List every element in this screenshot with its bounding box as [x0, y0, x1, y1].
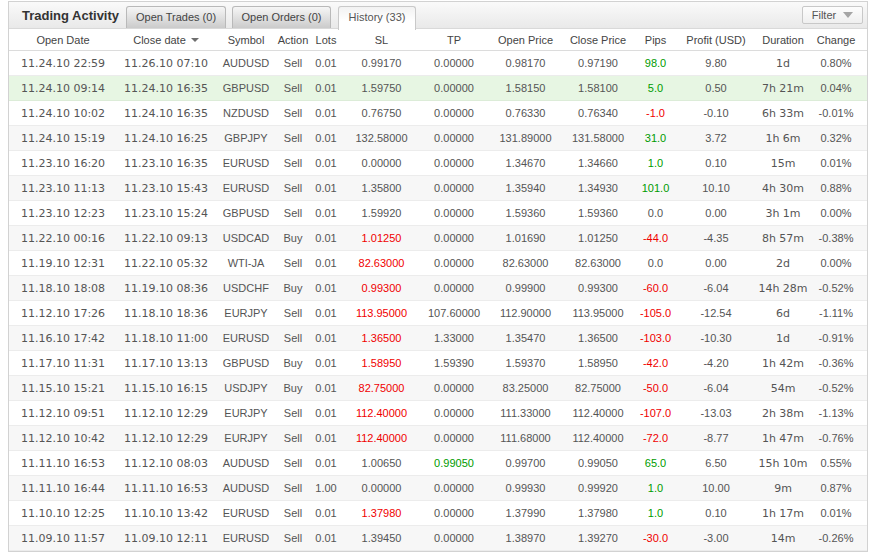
cell-close_price: 82.63000 [563, 251, 633, 276]
cell-open_date: 11.11.10 16:53 [9, 451, 117, 476]
column-header-symbol[interactable]: Symbol [215, 29, 277, 51]
cell-symbol: AUDUSD [215, 51, 277, 76]
table-row[interactable]: 11.11.10 16:5311.12.10 08:03AUDUSDSell0.… [9, 451, 867, 476]
table-row[interactable]: 11.22.10 00:1611.22.10 09:13USDCADBuy0.0… [9, 226, 867, 251]
cell-duration: 15h 10m [754, 451, 812, 476]
cell-profit: -10.30 [678, 326, 754, 351]
cell-pips: 0.0 [633, 201, 678, 226]
table-header-row: Open DateClose dateSymbolActionLotsSLTPO… [9, 29, 867, 51]
cell-symbol: WTI-JA [215, 251, 277, 276]
cell-lots: 0.01 [309, 451, 343, 476]
cell-change: 0.00% [812, 201, 867, 226]
tab-history[interactable]: History (33) [338, 6, 416, 30]
cell-duration: 54m [754, 376, 812, 401]
cell-pips: 1.0 [633, 151, 678, 176]
cell-tp: 0.00000 [420, 526, 488, 551]
filter-label: Filter [812, 9, 836, 21]
chevron-down-icon [843, 12, 853, 18]
cell-duration: 9m [754, 476, 812, 501]
table-row[interactable]: 11.23.10 11:1311.23.10 15:43EURUSDSell0.… [9, 176, 867, 201]
cell-open_date: 11.12.10 10:42 [9, 426, 117, 451]
table-row[interactable]: 11.11.10 16:4411.11.10 16:53AUDUSDSell1.… [9, 476, 867, 501]
table-row[interactable]: 11.19.10 12:3111.22.10 05:32WTI-JASell0.… [9, 251, 867, 276]
table-row[interactable]: 11.23.10 12:2311.23.10 15:24GBPUSDSell0.… [9, 201, 867, 226]
cell-duration: 6h 33m [754, 101, 812, 126]
column-header-label: TP [447, 34, 461, 46]
cell-open_price: 1.37990 [488, 501, 563, 526]
cell-duration: 2h 38m [754, 401, 812, 426]
cell-action: Sell [277, 476, 309, 501]
column-header-label: Duration [762, 34, 804, 46]
table-row[interactable]: 11.16.10 17:4211.18.10 11:00EURUSDSell0.… [9, 326, 867, 351]
cell-symbol: AUDUSD [215, 476, 277, 501]
table-row[interactable]: 11.09.10 11:5711.09.10 12:11EURUSDSell0.… [9, 526, 867, 551]
column-header-sl[interactable]: SL [343, 29, 420, 51]
cell-profit: -0.10 [678, 101, 754, 126]
cell-lots: 0.01 [309, 201, 343, 226]
cell-action: Sell [277, 76, 309, 101]
column-header-action[interactable]: Action [277, 29, 309, 51]
tab-open-trades[interactable]: Open Trades (0) [126, 6, 226, 28]
cell-lots: 0.01 [309, 151, 343, 176]
cell-lots: 0.01 [309, 226, 343, 251]
cell-lots: 0.01 [309, 101, 343, 126]
table-row[interactable]: 11.15.10 15:2111.15.10 16:15USDJPYBuy0.0… [9, 376, 867, 401]
cell-lots: 1.00 [309, 476, 343, 501]
cell-lots: 0.01 [309, 301, 343, 326]
column-header-tp[interactable]: TP [420, 29, 488, 51]
cell-sl: 0.00000 [343, 151, 420, 176]
cell-symbol: GBPUSD [215, 76, 277, 101]
tab-open-orders[interactable]: Open Orders (0) [232, 6, 331, 28]
column-header-change[interactable]: Change [812, 29, 867, 51]
cell-open_price: 0.98170 [488, 51, 563, 76]
filter-button[interactable]: Filter [802, 6, 863, 24]
column-header-close_date[interactable]: Close date [117, 29, 215, 51]
table-row[interactable]: 11.24.10 09:1411.24.10 16:35GBPUSDSell0.… [9, 76, 867, 101]
cell-open_price: 1.59360 [488, 201, 563, 226]
table-row[interactable]: 11.12.10 09:5111.12.10 12:29EURJPYSell0.… [9, 401, 867, 426]
table-row[interactable]: 11.12.10 10:4211.12.10 12:29EURJPYSell0.… [9, 426, 867, 451]
table-row[interactable]: 11.12.10 17:2611.18.10 18:36EURJPYSell0.… [9, 301, 867, 326]
cell-open_date: 11.23.10 11:13 [9, 176, 117, 201]
column-header-lots[interactable]: Lots [309, 29, 343, 51]
cell-open_date: 11.22.10 00:16 [9, 226, 117, 251]
cell-lots: 0.01 [309, 176, 343, 201]
table-row[interactable]: 11.24.10 22:5911.26.10 07:10AUDUSDSell0.… [9, 51, 867, 76]
cell-change: -0.36% [812, 351, 867, 376]
cell-open_date: 11.17.10 11:31 [9, 351, 117, 376]
cell-pips: 1.0 [633, 476, 678, 501]
cell-profit: -6.04 [678, 376, 754, 401]
cell-sl: 1.00650 [343, 451, 420, 476]
table-row[interactable]: 11.24.10 15:1911.24.10 16:25GBPJPYSell0.… [9, 126, 867, 151]
column-header-open_price[interactable]: Open Price [488, 29, 563, 51]
column-header-label: Close Price [570, 34, 626, 46]
cell-sl: 82.75000 [343, 376, 420, 401]
cell-symbol: EURJPY [215, 301, 277, 326]
cell-open_price: 1.58150 [488, 76, 563, 101]
cell-tp: 1.33000 [420, 326, 488, 351]
column-header-open_date[interactable]: Open Date [9, 29, 117, 51]
column-header-pips[interactable]: Pips [633, 29, 678, 51]
table-row[interactable]: 11.23.10 16:2011.23.10 16:35EURUSDSell0.… [9, 151, 867, 176]
cell-close_price: 1.34930 [563, 176, 633, 201]
cell-action: Buy [277, 276, 309, 301]
column-header-duration[interactable]: Duration [754, 29, 812, 51]
cell-action: Sell [277, 501, 309, 526]
cell-change: 0.32% [812, 126, 867, 151]
table-row[interactable]: 11.10.10 12:2511.10.10 13:42EURUSDSell0.… [9, 501, 867, 526]
table-row[interactable]: 11.18.10 18:0811.19.10 08:36USDCHFBuy0.0… [9, 276, 867, 301]
cell-sl: 113.95000 [343, 301, 420, 326]
table-row[interactable]: 11.24.10 10:0211.24.10 16:35NZDUSDSell0.… [9, 101, 867, 126]
table-row[interactable]: 11.17.10 11:3111.17.10 13:13GBPUSDBuy0.0… [9, 351, 867, 376]
cell-duration: 8h 57m [754, 226, 812, 251]
cell-open_price: 82.63000 [488, 251, 563, 276]
cell-profit: 0.50 [678, 76, 754, 101]
column-header-profit[interactable]: Profit (USD) [678, 29, 754, 51]
history-table: Open DateClose dateSymbolActionLotsSLTPO… [9, 29, 867, 551]
cell-open_price: 131.89000 [488, 126, 563, 151]
cell-close_date: 11.23.10 16:35 [117, 151, 215, 176]
column-header-close_price[interactable]: Close Price [563, 29, 633, 51]
cell-close_date: 11.10.10 13:42 [117, 501, 215, 526]
cell-open_date: 11.24.10 22:59 [9, 51, 117, 76]
cell-duration: 1h 17m [754, 501, 812, 526]
